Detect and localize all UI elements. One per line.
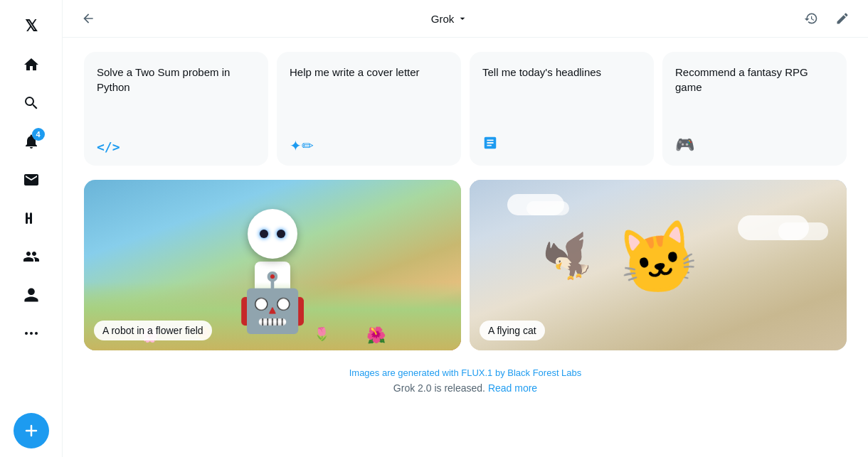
sidebar-item-search[interactable]: [14, 85, 49, 121]
robot-illustration: [248, 209, 297, 343]
cat-label: A flying cat: [480, 321, 545, 340]
back-arrow-icon: [81, 11, 95, 26]
robot-label: A robot in a flower field: [94, 321, 212, 340]
sidebar-item-communities[interactable]: [14, 239, 49, 274]
code-icon: </>: [97, 139, 255, 154]
person-icon: [23, 286, 40, 303]
search-icon: [23, 95, 40, 112]
grok-icon: [23, 210, 40, 227]
image-card-robot[interactable]: 🌸 🌼 🌺 🌷 A robot in a flower field: [84, 180, 461, 350]
footer: Images are generated with FLUX.1 by Blac…: [84, 365, 847, 402]
main-content: Grok Solve a Two Sum probem in Python </…: [63, 0, 868, 457]
release-text: Grok 2.0 is released. Read more: [393, 382, 537, 394]
svg-point-2: [25, 332, 28, 335]
mail-icon: [23, 171, 40, 188]
communities-icon: [23, 248, 40, 265]
card-rpg[interactable]: Recommend a fantasy RPG game 🎮: [662, 52, 847, 166]
news-icon: [482, 135, 641, 154]
notification-badge: 4: [32, 128, 45, 141]
model-selector[interactable]: Grok: [425, 10, 475, 28]
content-area: Solve a Two Sum probem in Python </> Hel…: [63, 38, 868, 457]
robot-body: [255, 262, 290, 311]
card-text-rpg: Recommend a fantasy RPG game: [675, 65, 834, 124]
generated-text: Images are generated with FLUX.1 by Blac…: [349, 367, 582, 378]
sidebar-item-messages[interactable]: [14, 162, 49, 198]
sidebar-compose-button[interactable]: [14, 413, 49, 448]
sidebar-item-grok[interactable]: [14, 200, 49, 236]
sidebar-item-home[interactable]: [14, 47, 49, 82]
image-section: 🌸 🌼 🌺 🌷 A robot in a flower field 🐱: [84, 180, 847, 350]
home-icon: [23, 56, 40, 73]
svg-point-3: [30, 332, 33, 335]
cat-emoji: 🐱: [613, 215, 704, 302]
card-cover-letter[interactable]: Help me write a cover letter ✦✏: [277, 52, 461, 166]
card-headlines[interactable]: Tell me today's headlines: [470, 52, 654, 166]
write-icon: ✦✏: [290, 137, 448, 154]
svg-rect-1: [30, 213, 32, 224]
card-text-cover-letter: Help me write a cover letter: [290, 65, 448, 126]
game-icon: 🎮: [675, 136, 834, 154]
model-name: Grok: [431, 13, 455, 25]
history-icon: [804, 11, 818, 26]
compose-icon: [23, 422, 40, 439]
card-text-python: Solve a Two Sum probem in Python: [97, 65, 255, 128]
suggestion-cards: Solve a Two Sum probem in Python </> Hel…: [84, 52, 847, 166]
svg-rect-0: [26, 213, 28, 224]
read-more-link[interactable]: Read more: [488, 382, 537, 394]
topbar: Grok: [63, 0, 868, 38]
robot-head: [248, 209, 297, 259]
more-icon: [23, 325, 40, 342]
topbar-left: [77, 7, 100, 30]
sidebar-item-more[interactable]: [14, 316, 49, 351]
release-label: Grok 2.0 is released.: [393, 382, 485, 394]
sidebar-item-notifications[interactable]: 4: [14, 124, 49, 159]
topbar-center[interactable]: Grok: [425, 10, 475, 28]
card-python[interactable]: Solve a Two Sum probem in Python </>: [84, 52, 268, 166]
sidebar-x-logo[interactable]: 𝕏: [14, 9, 49, 44]
new-compose-icon: [835, 11, 850, 26]
back-button[interactable]: [77, 7, 100, 30]
compose-new-button[interactable]: [831, 7, 854, 30]
image-card-cat[interactable]: 🐱 🦅 A flying cat: [470, 180, 847, 350]
chevron-down-icon: [457, 13, 468, 24]
history-button[interactable]: [800, 7, 822, 30]
topbar-right: [800, 7, 854, 30]
svg-point-4: [35, 332, 38, 335]
sidebar: 𝕏 4: [0, 0, 63, 457]
card-text-headlines: Tell me today's headlines: [482, 65, 641, 124]
sidebar-item-profile[interactable]: [14, 277, 49, 313]
